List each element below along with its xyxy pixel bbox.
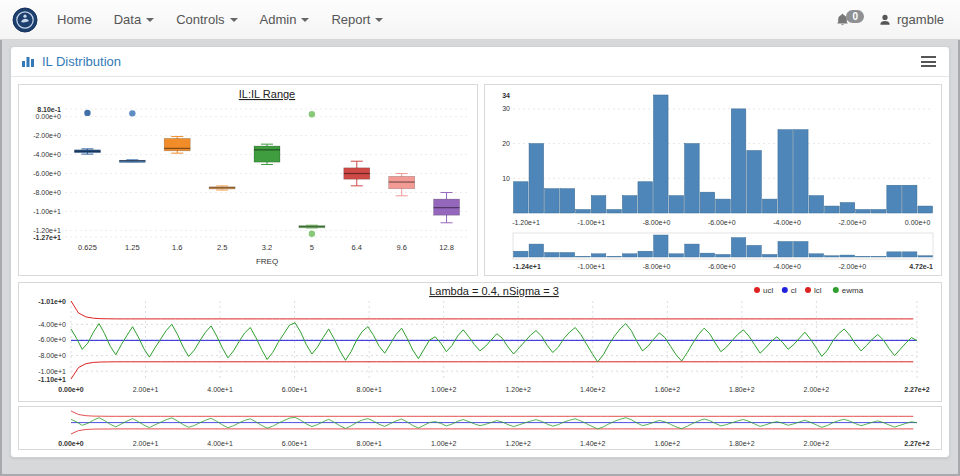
svg-text:-1.10e+1: -1.10e+1 xyxy=(38,376,66,383)
svg-text:1.60e+2: 1.60e+2 xyxy=(655,440,681,447)
svg-text:2.27e+2: 2.27e+2 xyxy=(904,386,930,393)
app-logo[interactable] xyxy=(12,7,38,33)
caret-down-icon xyxy=(301,18,309,22)
svg-text:1.60e+2: 1.60e+2 xyxy=(655,386,681,393)
svg-text:34: 34 xyxy=(502,92,510,99)
svg-text:20: 20 xyxy=(502,140,510,147)
svg-text:1.20e+2: 1.20e+2 xyxy=(505,440,531,447)
nav-item-admin[interactable]: Admin xyxy=(249,0,321,39)
svg-text:-6.00e+0: -6.00e+0 xyxy=(708,219,736,226)
histogram-frame: 34302010-1.20e+1-1.00e+1-8.00e+0-6.00e+0… xyxy=(484,84,942,276)
svg-text:8.00e+1: 8.00e+1 xyxy=(356,440,382,447)
svg-text:-4.00e+0: -4.00e+0 xyxy=(33,151,61,158)
nav-item-report-label: Report xyxy=(331,0,370,39)
svg-text:8.10e-1: 8.10e-1 xyxy=(37,106,61,113)
svg-text:-1.20e+1: -1.20e+1 xyxy=(512,219,540,226)
nav-item-report[interactable]: Report xyxy=(320,0,394,39)
svg-text:30: 30 xyxy=(502,105,510,112)
svg-text:4.72e-1: 4.72e-1 xyxy=(909,263,933,270)
svg-text:cl: cl xyxy=(791,286,797,295)
user-menu[interactable]: rgamble xyxy=(878,12,944,27)
svg-text:-1.24e+1: -1.24e+1 xyxy=(513,263,541,270)
svg-text:1.80e+2: 1.80e+2 xyxy=(729,440,755,447)
svg-text:5: 5 xyxy=(310,243,314,252)
svg-text:1.80e+2: 1.80e+2 xyxy=(729,386,755,393)
svg-text:-1.01e+0: -1.01e+0 xyxy=(38,298,66,305)
panel-body: IL:IL Range8.10e-10.00e+0-2.00e+0-4.00e+… xyxy=(11,77,949,457)
ewma-range-selector[interactable]: 0.00e+02.00e+14.00e+16.00e+18.00e+11.00e… xyxy=(19,407,941,449)
svg-text:-1.27e+1: -1.27e+1 xyxy=(33,234,61,241)
svg-text:lcl: lcl xyxy=(814,286,822,295)
svg-text:1.40e+2: 1.40e+2 xyxy=(580,386,606,393)
navbar-right: 0 rgamble xyxy=(835,12,950,28)
svg-text:2.00e+2: 2.00e+2 xyxy=(804,386,830,393)
nav-item-home-label: Home xyxy=(57,0,92,39)
caret-down-icon xyxy=(230,18,238,22)
svg-text:1.6: 1.6 xyxy=(172,243,182,252)
caret-down-icon xyxy=(375,18,383,22)
boxplot-frame: IL:IL Range8.10e-10.00e+0-2.00e+0-4.00e+… xyxy=(18,84,478,276)
boxplot-chart[interactable]: IL:IL Range8.10e-10.00e+0-2.00e+0-4.00e+… xyxy=(19,85,477,275)
svg-text:-6.00e+0: -6.00e+0 xyxy=(708,263,736,270)
svg-text:-6.00e+0: -6.00e+0 xyxy=(38,336,66,343)
svg-text:8.00e+1: 8.00e+1 xyxy=(356,386,382,393)
svg-text:4.00e+1: 4.00e+1 xyxy=(207,386,233,393)
svg-text:2.00e+1: 2.00e+1 xyxy=(133,440,159,447)
panel-title: IL Distribution xyxy=(42,54,121,69)
svg-text:2.27e+2: 2.27e+2 xyxy=(904,440,930,447)
svg-text:1.00e+2: 1.00e+2 xyxy=(431,440,457,447)
svg-text:-1.00e+1: -1.00e+1 xyxy=(577,219,605,226)
svg-text:0.00e+0: 0.00e+0 xyxy=(58,440,84,447)
svg-text:-8.00e+0: -8.00e+0 xyxy=(33,189,61,196)
nav-item-data-label: Data xyxy=(114,0,141,39)
svg-text:-4.00e+0: -4.00e+0 xyxy=(38,321,66,328)
svg-text:-4.00e+0: -4.00e+0 xyxy=(773,219,801,226)
histogram-chart[interactable]: 34302010-1.20e+1-1.00e+1-8.00e+0-6.00e+0… xyxy=(485,85,941,275)
ewma-range-frame: 0.00e+02.00e+14.00e+16.00e+18.00e+11.00e… xyxy=(18,406,942,450)
nav-item-admin-label: Admin xyxy=(260,0,297,39)
crest-logo-icon xyxy=(12,7,38,33)
nav-item-controls-label: Controls xyxy=(176,0,224,39)
caret-down-icon xyxy=(146,18,154,22)
svg-text:-1.00e+1: -1.00e+1 xyxy=(577,263,605,270)
svg-text:0.00e+0: 0.00e+0 xyxy=(905,219,931,226)
svg-text:IL:IL Range: IL:IL Range xyxy=(239,88,295,100)
svg-text:6.00e+1: 6.00e+1 xyxy=(282,386,308,393)
user-icon xyxy=(878,13,892,27)
svg-text:4.00e+1: 4.00e+1 xyxy=(207,440,233,447)
svg-text:-2.00e+0: -2.00e+0 xyxy=(33,132,61,139)
svg-text:-8.00e+0: -8.00e+0 xyxy=(643,219,671,226)
svg-text:-8.00e+0: -8.00e+0 xyxy=(38,352,66,359)
svg-text:-1.00e+1: -1.00e+1 xyxy=(33,208,61,215)
svg-text:6.00e+1: 6.00e+1 xyxy=(282,440,308,447)
svg-text:1.40e+2: 1.40e+2 xyxy=(580,440,606,447)
svg-text:-2.00e+0: -2.00e+0 xyxy=(838,263,866,270)
svg-text:1.25: 1.25 xyxy=(125,243,140,252)
nav-item-controls[interactable]: Controls xyxy=(165,0,248,39)
svg-text:-6.00e+0: -6.00e+0 xyxy=(33,170,61,177)
notification-count-badge: 0 xyxy=(846,10,864,23)
nav-item-data[interactable]: Data xyxy=(103,0,165,39)
panel-menu-button[interactable] xyxy=(918,53,939,70)
svg-text:Lambda = 0.4, nSigma = 3: Lambda = 0.4, nSigma = 3 xyxy=(429,285,559,297)
svg-text:-4.00e+0: -4.00e+0 xyxy=(773,263,801,270)
panel-header: IL Distribution xyxy=(11,47,949,77)
nav-item-home[interactable]: Home xyxy=(46,0,103,39)
notifications-button[interactable]: 0 xyxy=(835,12,864,28)
svg-text:-1.00e+1: -1.00e+1 xyxy=(38,368,66,375)
svg-text:2.00e+2: 2.00e+2 xyxy=(804,440,830,447)
ewma-chart[interactable]: Lambda = 0.4, nSigma = 3uclcllclewma-1.0… xyxy=(19,283,941,401)
svg-text:ucl: ucl xyxy=(763,286,773,295)
svg-text:1.20e+2: 1.20e+2 xyxy=(505,386,531,393)
svg-text:2.00e+1: 2.00e+1 xyxy=(133,386,159,393)
svg-text:-8.00e+0: -8.00e+0 xyxy=(643,263,671,270)
bar-chart-icon xyxy=(21,55,35,68)
username-label: rgamble xyxy=(897,12,944,27)
svg-text:0.00e+0: 0.00e+0 xyxy=(58,386,84,393)
svg-text:FREQ: FREQ xyxy=(256,257,278,266)
svg-text:10: 10 xyxy=(502,175,510,182)
ewma-frame: Lambda = 0.4, nSigma = 3uclcllclewma-1.0… xyxy=(18,282,942,402)
il-distribution-panel: IL Distribution IL:IL Range8.10e-10.00e+… xyxy=(10,46,950,458)
svg-text:9.6: 9.6 xyxy=(396,243,406,252)
svg-text:6.4: 6.4 xyxy=(352,243,362,252)
